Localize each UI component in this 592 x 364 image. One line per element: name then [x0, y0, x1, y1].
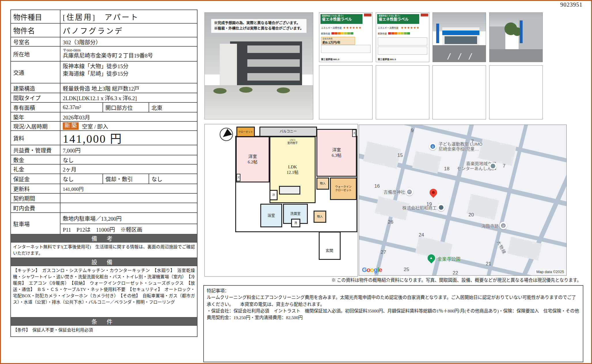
north-compass-icon [220, 128, 233, 141]
block-number: 15 [397, 153, 403, 158]
row-label: 物件種目 [11, 10, 60, 23]
table-row-parking: 駐車場 敷地内駐車場／13,200円 P11 P12は 11000円 ※軽区画 [11, 213, 197, 235]
table-row: 契約期間 [11, 194, 197, 203]
row-label: 交通 [11, 62, 60, 83]
deposit-value: なし [60, 174, 103, 184]
ac-unit: AC [352, 129, 356, 137]
poi-park: 金楽寺公園 [437, 257, 460, 262]
map-attribution: Map data ©2025 [535, 269, 565, 274]
row-label: 築年 [11, 113, 60, 121]
row-label: 専有面積 [11, 103, 60, 112]
table-row: 間取タイプ 2LDK[LDK12.1 x 洋6.3 x 洋6.2] [11, 93, 197, 103]
new-build-badge: 新 築 [63, 122, 79, 130]
table-row: 礼金 2ヶ月 [11, 165, 197, 174]
storage: 物入 [316, 178, 329, 190]
bels-certification: 第三者評価 BELS [378, 58, 396, 61]
energy-consumption-label: エネルギー消費性能 [378, 26, 399, 29]
block-number: 7 [503, 163, 505, 169]
energy-check-box [378, 37, 427, 45]
kitchen-counter [279, 186, 300, 195]
address-text: 兵庫県尼崎市金楽寺町２丁目19番8号 [63, 53, 195, 59]
table-row: 号室名 302（3階部分） [11, 37, 197, 47]
row-label: 更新料 [11, 184, 60, 193]
energy-card-header: 建築物省エネ法に基づく 省エネ性能ラベル [377, 14, 419, 24]
street-sign [520, 20, 523, 43]
table-row-address: 所在地 〒660-0806 兵庫県尼崎市金楽寺町２丁目19番8号 [11, 47, 197, 62]
insulation-label: 断熱性能 [378, 32, 387, 35]
row-value [60, 203, 197, 212]
access-cell: 阪神本線「大物」徒歩15分 東海道線「尼崎」徒歩15分 [60, 62, 197, 83]
table-row: 建築構造 軽量鉄骨造 地上3階 総戸数12戸 [11, 83, 197, 93]
utility-cost-box: 目安光熱費 約9.1万円/年 [321, 37, 355, 45]
row-value: 軽量鉄骨造 地上3階 総戸数12戸 [60, 83, 197, 93]
amortization-value: なし [149, 174, 197, 184]
rent-value: 141,000 円 [60, 131, 197, 145]
table-row-deposit: 保証金 なし 償却・敷引 なし [11, 174, 197, 184]
walk-in-closet: ウォークイン クローゼット [330, 178, 357, 200]
company-pin-icon [437, 204, 445, 211]
row-label: 保証金 [11, 174, 60, 184]
table-row: 物件名 パノフグランデ [11, 24, 197, 37]
indoor-drying-label: 室内物干 [287, 142, 298, 145]
row-label: 間取タイプ [11, 93, 60, 102]
closet: クローゼット [236, 127, 255, 137]
balcony: バルコニー [259, 127, 317, 137]
access-line: 阪神本線「大物」徒歩15分 [63, 63, 195, 70]
property-table: 物件種目 [住居用] アパート 物件名 パノフグランデ 号室名 302（3階部分… [10, 9, 198, 337]
row-value: パノフグランデ [60, 24, 197, 37]
row-value [60, 194, 197, 203]
bedroom-2: 洋室 6.3帖 [316, 129, 357, 177]
block-number: 16 [374, 183, 380, 189]
table-row-rent: 賃料 141,000 円 [11, 131, 197, 145]
document-disclaimer: ※ この資料は物件の概略紹介資料になります。写真、間取図面、設備、概要などが現況… [331, 277, 581, 283]
postal-code: 〒660-0806 [63, 48, 195, 52]
row-value: 141,000円 [60, 184, 197, 193]
row-label: 所在地 [11, 47, 60, 61]
entrance-block [319, 232, 341, 260]
row-label: 現況/入居時期 [11, 122, 60, 130]
table-row: 築年 2026年03月 [11, 113, 197, 122]
energy-card-header: 建築物省エネ法に基づく 省エネ性能ラベル [320, 14, 363, 24]
star-rating: ★★★★★★ [401, 26, 420, 30]
fridge-space: 冷 [270, 190, 278, 200]
facing-label: 開口部方位 [103, 103, 149, 112]
table-row: 物件種目 [住居用] アパート [11, 10, 197, 24]
bathroom: 浴室 [260, 204, 282, 227]
status-value: 空室 / 即入 [82, 122, 108, 130]
conditions-text: 【条件】 保証人不要・保証会社利用必須 [11, 326, 197, 336]
insulation-gauge [331, 32, 353, 35]
building-rendering-photo: ※完成予想図の為、実際と異なる場合がございます。 ※植栽・外構仕上げは実際と異な… [204, 12, 313, 119]
corner-tag [421, 14, 428, 16]
block-number: 26 [388, 219, 393, 225]
property-sheet: 9023951 物件種目 [住居用] アパート 物件名 パノフグランデ 号室名 … [0, 0, 592, 364]
energy-label-card-1: 建築物省エネ法に基づく 省エネ性能ラベル エネルギー消費性能 ★★★★★★ 断熱… [319, 12, 373, 62]
document-id: 9023951 [560, 1, 582, 8]
ac-label: (AC) [290, 138, 295, 142]
row-label: 敷金 [11, 155, 60, 164]
block-number: 22 [453, 270, 458, 276]
energy-check-box [321, 45, 371, 53]
row-value: 7,000円 [60, 145, 197, 155]
corner-tag [364, 14, 371, 16]
energy-label-card-2: 建築物省エネ法に基づく 省エネ性能ラベル エネルギー消費性能 ★★★★★★ 断熱… [376, 12, 429, 62]
row-value: 2LDK[LDK12.1 x 洋6.3 x 洋6.2] [60, 93, 197, 102]
floor-plan: クローゼット バルコニー 洋室 6.2帖 AC (AC) 室内物干 LDK 12… [204, 124, 358, 277]
rendering-building [230, 41, 302, 87]
access-line: 東海道線「尼崎」徒歩15分 [63, 70, 195, 78]
table-row-status: 現況/入居時期 新 築 空室 / 即入 [11, 122, 197, 131]
block-number: 9 [411, 128, 413, 134]
row-value: 302（3階部分） [60, 37, 197, 46]
temple-pin-icon: 卍 [500, 222, 507, 229]
entrance-label: 玄関 [326, 247, 333, 253]
block-number: 20 [468, 212, 474, 218]
parking-line: P11 P12は 11000円 ※軽区画 [60, 224, 197, 235]
photo-placeholder [432, 65, 486, 119]
energy-consumption-label: エネルギー消費性能 [321, 26, 342, 29]
amortization-label: 償却・敷引 [103, 174, 149, 184]
washer-space: 洗 [291, 219, 300, 227]
poi-company: 株式会社昭和商工 [402, 205, 437, 210]
block-number: 18 [444, 166, 449, 172]
insulation-gauge [388, 32, 410, 35]
table-row: 更新料 141,000円 [11, 184, 197, 194]
special-notes-paragraph: ・保証会社：保証会社利用必須 イントラスト 機関保証加入必須。初回保証料3500… [207, 308, 580, 321]
